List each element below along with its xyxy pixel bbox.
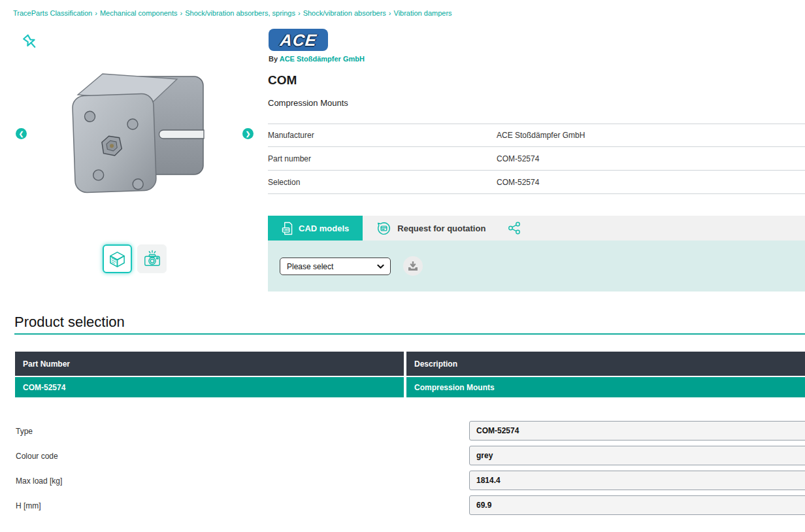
info-row-part-number: Part number COM-52574 [268, 147, 805, 171]
breadcrumb-link[interactable]: Shock/vibration absorbers [303, 9, 386, 17]
breadcrumb-separator: › [180, 9, 183, 17]
breadcrumb-link[interactable]: Vibration dampers [394, 9, 452, 17]
table-row[interactable]: COM-52574 Compression Mounts [15, 377, 805, 397]
cad-document-icon: CAD [282, 222, 293, 235]
3d-view-button[interactable] [103, 244, 132, 273]
breadcrumb-separator: › [389, 9, 391, 17]
product-subtitle: Compression Mounts [268, 98, 348, 108]
field-label: H [mm] [16, 501, 41, 510]
cell-part-number[interactable]: COM-52574 [15, 377, 404, 397]
tab-label: Request for quotation [397, 224, 485, 233]
section-divider [14, 333, 805, 335]
download-button[interactable] [403, 256, 423, 276]
section-heading: Product selection [14, 314, 125, 331]
tab-request-quotation[interactable]: Request for quotation [363, 216, 499, 241]
photo-view-button[interactable] [137, 244, 167, 273]
cube-3d-icon [108, 250, 126, 268]
info-value: ACE Stoßdämpfer GmbH [497, 131, 585, 140]
product-page: TraceParts Classification›Mechanical com… [0, 0, 805, 532]
type-field[interactable] [469, 421, 805, 441]
tab-cad-models[interactable]: CAD CAD models [268, 216, 363, 241]
detail-tabs: CAD CAD models Request for quotation [268, 216, 805, 291]
field-row-colour-code: Colour code [0, 446, 805, 467]
info-value: COM-52574 [497, 154, 539, 163]
info-label: Part number [268, 154, 311, 163]
product-info-table: Manufacturer ACE Stoßdämpfer GmbH Part n… [268, 124, 805, 194]
breadcrumb-separator: › [298, 9, 301, 17]
field-row-h: H [mm] [0, 495, 805, 516]
cad-format-select[interactable]: Please select [280, 258, 391, 275]
table-header-row: Part Number Description [15, 352, 805, 376]
cad-models-panel: Please select [268, 241, 805, 291]
next-image-button[interactable]: ❯ [242, 128, 254, 139]
info-value: COM-52574 [497, 178, 539, 187]
field-label: Type [16, 427, 33, 436]
tab-bar: CAD CAD models Request for quotation [268, 216, 805, 241]
field-row-max-load: Max load [kg] [0, 471, 805, 491]
by-label: By [269, 55, 278, 63]
breadcrumb: TraceParts Classification›Mechanical com… [13, 9, 452, 17]
product-title: COM [268, 73, 297, 88]
attribute-fields: Type Colour code Max load [kg] H [mm] [0, 421, 805, 520]
viewer-mode-buttons [103, 244, 167, 273]
share-icon [507, 221, 521, 235]
info-row-selection: Selection COM-52574 [268, 171, 805, 194]
pin-icon[interactable] [21, 33, 41, 52]
quotation-bubble-icon [376, 221, 391, 236]
previous-image-button[interactable]: ❮ [16, 128, 27, 139]
byline: By ACE Stoßdämpfer GmbH [269, 55, 365, 63]
breadcrumb-link[interactable]: Shock/vibration absorbers, springs [185, 9, 295, 17]
camera-icon [142, 249, 162, 269]
cell-description[interactable]: Compression Mounts [406, 377, 805, 397]
field-row-type: Type [0, 421, 805, 442]
select-value: Please select [280, 262, 377, 271]
3d-model-viewport[interactable] [69, 62, 225, 203]
chevron-right-icon: ❯ [246, 131, 251, 137]
max-load-field[interactable] [469, 471, 805, 490]
info-row-manufacturer: Manufacturer ACE Stoßdämpfer GmbH [268, 124, 805, 147]
breadcrumb-separator: › [95, 9, 97, 17]
svg-text:CAD: CAD [283, 228, 289, 231]
info-label: Selection [268, 178, 300, 187]
field-label: Max load [kg] [16, 476, 62, 486]
chevron-left-icon: ❮ [19, 131, 24, 137]
field-label: Colour code [16, 452, 58, 461]
h-field[interactable] [469, 495, 805, 515]
share-button[interactable] [507, 216, 521, 241]
info-label: Manufacturer [268, 131, 314, 140]
manufacturer-link[interactable]: ACE Stoßdämpfer GmbH [280, 55, 365, 63]
tab-label: CAD models [299, 224, 349, 233]
column-header-description: Description [406, 352, 805, 376]
colour-code-field[interactable] [469, 446, 805, 465]
breadcrumb-link[interactable]: TraceParts Classification [13, 9, 92, 17]
chevron-down-icon [377, 264, 384, 269]
product-selection-table: Part Number Description COM-52574 Compre… [15, 352, 805, 397]
manufacturer-logo[interactable]: ACE [269, 29, 328, 51]
logo-text: ACE [279, 31, 318, 50]
download-icon [408, 261, 418, 271]
breadcrumb-link[interactable]: Mechanical components [100, 9, 178, 17]
column-header-part-number: Part Number [15, 352, 404, 376]
